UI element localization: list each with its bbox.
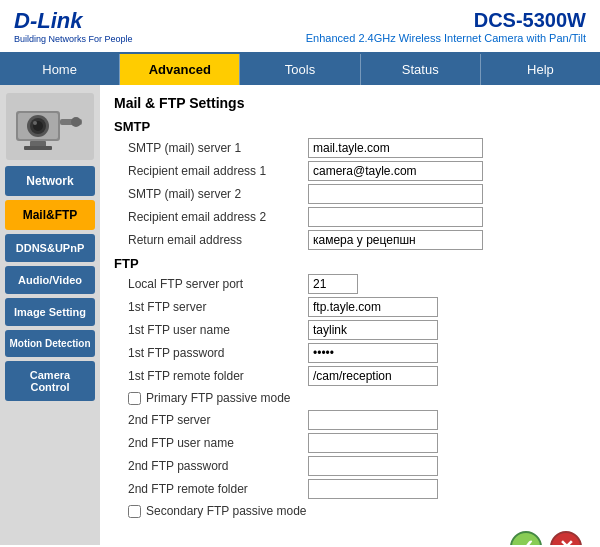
smtp-server2-row: SMTP (mail) server 2: [114, 184, 586, 204]
ftp2-password-label: 2nd FTP password: [128, 459, 308, 473]
primary-passive-checkbox[interactable]: [128, 392, 141, 405]
ftp2-server-input[interactable]: [308, 410, 438, 430]
smtp-server1-row: SMTP (mail) server 1: [114, 138, 586, 158]
nav-status[interactable]: Status: [361, 54, 481, 85]
nav-tools[interactable]: Tools: [240, 54, 360, 85]
smtp-section-title: SMTP: [114, 119, 586, 134]
primary-passive-row: Primary FTP passive mode: [128, 391, 586, 405]
ftp1-username-input[interactable]: [308, 320, 438, 340]
header: D-Link Building Networks For People DCS-…: [0, 0, 600, 54]
recipient1-label: Recipient email address 1: [128, 164, 308, 178]
ftp2-folder-row: 2nd FTP remote folder: [114, 479, 586, 499]
return-email-input[interactable]: [308, 230, 483, 250]
header-right: DCS-5300W Enhanced 2.4GHz Wireless Inter…: [306, 9, 586, 44]
ftp2-folder-input[interactable]: [308, 479, 438, 499]
ftp1-folder-input[interactable]: [308, 366, 438, 386]
ftp1-username-row: 1st FTP user name: [114, 320, 586, 340]
ftp1-password-label: 1st FTP password: [128, 346, 308, 360]
ftp2-username-input[interactable]: [308, 433, 438, 453]
camera-icon: [14, 99, 86, 151]
recipient1-input[interactable]: [308, 161, 483, 181]
dlink-logo: D-Link Building Networks For People: [14, 8, 133, 44]
smtp-server2-label: SMTP (mail) server 2: [128, 187, 308, 201]
sidebar-item-network[interactable]: Network: [5, 166, 95, 196]
sidebar: Network Mail&FTP DDNS&UPnP Audio/Video I…: [0, 85, 100, 545]
sidebar-item-motiondetection[interactable]: Motion Detection: [5, 330, 95, 357]
nav-home[interactable]: Home: [0, 54, 120, 85]
recipient1-row: Recipient email address 1: [114, 161, 586, 181]
primary-passive-label: Primary FTP passive mode: [146, 391, 291, 405]
ftp-port-row: Local FTP server port: [114, 274, 586, 294]
recipient2-row: Recipient email address 2: [114, 207, 586, 227]
ftp2-username-row: 2nd FTP user name: [114, 433, 586, 453]
recipient2-label: Recipient email address 2: [128, 210, 308, 224]
model-description: Enhanced 2.4GHz Wireless Internet Camera…: [306, 32, 586, 44]
smtp-server1-input[interactable]: [308, 138, 483, 158]
ftp1-password-row: 1st FTP password: [114, 343, 586, 363]
nav-help[interactable]: Help: [481, 54, 600, 85]
svg-rect-9: [24, 146, 52, 150]
svg-point-5: [33, 121, 37, 125]
page-title: Mail & FTP Settings: [114, 95, 586, 111]
cancel-button[interactable]: ✕: [550, 531, 582, 545]
ftp1-server-input[interactable]: [308, 297, 438, 317]
main-layout: Network Mail&FTP DDNS&UPnP Audio/Video I…: [0, 85, 600, 545]
ftp2-password-row: 2nd FTP password: [114, 456, 586, 476]
ftp1-folder-row: 1st FTP remote folder: [114, 366, 586, 386]
sidebar-item-mailftp[interactable]: Mail&FTP: [5, 200, 95, 230]
brand-tagline: Building Networks For People: [14, 34, 133, 44]
recipient2-input[interactable]: [308, 207, 483, 227]
nav-advanced[interactable]: Advanced: [120, 54, 240, 85]
footer-buttons: ✓ ✕: [114, 523, 586, 545]
sidebar-item-audiovideo[interactable]: Audio/Video: [5, 266, 95, 294]
sidebar-item-imagesetting[interactable]: Image Setting: [5, 298, 95, 326]
ftp2-server-label: 2nd FTP server: [128, 413, 308, 427]
camera-icon-container: [6, 93, 94, 160]
ftp2-password-input[interactable]: [308, 456, 438, 476]
smtp-server2-input[interactable]: [308, 184, 483, 204]
smtp-server1-label: SMTP (mail) server 1: [128, 141, 308, 155]
ftp-section-title: FTP: [114, 256, 586, 271]
brand-name: D-Link: [14, 8, 133, 34]
ftp2-folder-label: 2nd FTP remote folder: [128, 482, 308, 496]
sidebar-item-cameracontrol[interactable]: Camera Control: [5, 361, 95, 401]
ok-button[interactable]: ✓: [510, 531, 542, 545]
ftp-port-input[interactable]: [308, 274, 358, 294]
secondary-passive-row: Secondary FTP passive mode: [128, 504, 586, 518]
return-email-label: Return email address: [128, 233, 308, 247]
content-area: Mail & FTP Settings SMTP SMTP (mail) ser…: [100, 85, 600, 545]
ftp-port-label: Local FTP server port: [128, 277, 308, 291]
ftp2-username-label: 2nd FTP user name: [128, 436, 308, 450]
model-name: DCS-5300W: [306, 9, 586, 32]
secondary-passive-checkbox[interactable]: [128, 505, 141, 518]
return-email-row: Return email address: [114, 230, 586, 250]
svg-point-7: [71, 117, 81, 127]
ftp1-server-row: 1st FTP server: [114, 297, 586, 317]
ftp1-server-label: 1st FTP server: [128, 300, 308, 314]
sidebar-item-ddns[interactable]: DDNS&UPnP: [5, 234, 95, 262]
secondary-passive-label: Secondary FTP passive mode: [146, 504, 307, 518]
ftp1-folder-label: 1st FTP remote folder: [128, 369, 308, 383]
ftp1-username-label: 1st FTP user name: [128, 323, 308, 337]
ftp2-server-row: 2nd FTP server: [114, 410, 586, 430]
ftp1-password-input[interactable]: [308, 343, 438, 363]
navbar: Home Advanced Tools Status Help: [0, 54, 600, 85]
